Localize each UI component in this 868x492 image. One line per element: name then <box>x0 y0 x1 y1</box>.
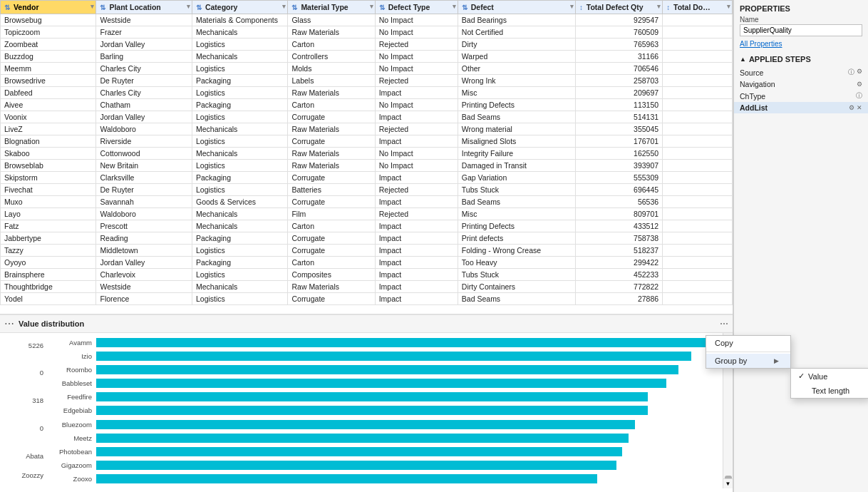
table-cell: Rejected <box>375 184 458 196</box>
chart-expand-icon[interactable]: ⋯ <box>720 319 728 329</box>
table-row[interactable]: OyoyoJordan ValleyPackagingCartonImpactT… <box>1 257 733 269</box>
chart-menu-icon[interactable]: ⋯ <box>4 318 14 329</box>
table-cell: 162550 <box>575 148 662 160</box>
cat-icon: ⇅ <box>196 4 202 11</box>
all-properties-link[interactable]: All Properties <box>740 39 862 48</box>
table-row[interactable]: MeemmCharles CityLogisticsMoldsNo Impact… <box>1 63 733 75</box>
table-cell: Skipstorm <box>1 172 96 184</box>
table-cell: 760509 <box>575 26 662 39</box>
chart-bars-area: AvammIzioRoomboBabblesetFeedfireEdgebiab… <box>46 333 723 488</box>
table-cell: Riverside <box>96 135 192 148</box>
step-info-icon[interactable]: ⓘ <box>848 68 854 77</box>
table-cell: Other <box>458 63 575 75</box>
step-settings-icon[interactable]: ⚙ <box>857 81 862 88</box>
table-row[interactable]: LayoWaldoboroMechanicalsFilmRejectedMisc… <box>1 208 733 220</box>
table-row[interactable]: SkabooCottonwoodMechanicalsRaw Materials… <box>1 148 733 160</box>
dtype-icon: ⇅ <box>379 4 385 11</box>
step-item-addlist[interactable]: AddList⚙✕ <box>734 102 868 113</box>
chart-bar-row: Babbleset <box>46 378 723 389</box>
table-cell: Waldoboro <box>96 208 192 220</box>
table-cell: Fivechat <box>1 184 96 196</box>
table-row[interactable]: MuxoSavannahGoods & ServicesCorrugateImp… <box>1 196 733 208</box>
step-item-navigation[interactable]: Navigation⚙ <box>740 78 862 90</box>
table-cell: Bad Seams <box>458 111 575 123</box>
table-row[interactable]: FatzPrescottMechanicalsCartonImpactPrint… <box>1 220 733 232</box>
table-row[interactable]: SkipstormClarksvillePackagingCorrugateIm… <box>1 172 733 184</box>
step-delete-icon[interactable]: ✕ <box>857 104 862 111</box>
chart-y-labels: 522603180AbataZoozzy <box>0 333 46 488</box>
table-cell <box>663 135 733 148</box>
table-cell: Jordan Valley <box>96 39 192 51</box>
table-row[interactable]: YodelFlorenceLogisticsCorrugateImpactBad… <box>1 293 733 305</box>
table-cell: Reading <box>96 232 192 245</box>
table-cell: Westside <box>96 281 192 293</box>
table-cell <box>663 123 733 135</box>
table-cell: 31166 <box>575 51 662 63</box>
table-cell: Impact <box>375 232 458 245</box>
table-cell: Skaboo <box>1 148 96 160</box>
table-cell <box>663 245 733 257</box>
table-row[interactable]: BuzzdogBarlingMechanicalsControllersNo I… <box>1 51 733 63</box>
table-row[interactable]: TopiczoomFrazerMechanicalsRaw MaterialsN… <box>1 26 733 39</box>
table-row[interactable]: LiveZWaldoboroMechanicalsRaw MaterialsRe… <box>1 123 733 135</box>
table-row[interactable]: JabbertypeReadingPackagingCorrugateImpac… <box>1 232 733 245</box>
table-cell: Carton <box>288 99 375 111</box>
table-row[interactable]: TazzyMiddletownLogisticsCorrugateImpactF… <box>1 245 733 257</box>
table-row[interactable]: BrowsedriveDe RuyterPackagingLabelsRejec… <box>1 75 733 87</box>
table-wrapper[interactable]: ⇅ Vendor ▾ ⇅ Plant Location ▾ ⇅ <box>0 0 733 314</box>
table-cell: Batteries <box>288 184 375 196</box>
table-row[interactable]: BrowsebugWestsideMaterials & ComponentsG… <box>1 14 733 26</box>
table-row[interactable]: AiveeChathamPackagingCartonNo ImpactPrin… <box>1 99 733 111</box>
table-cell: Meemm <box>1 63 96 75</box>
mat-icon: ⇅ <box>291 4 297 11</box>
table-row[interactable]: ZoombeatJordan ValleyLogisticsCartonReje… <box>1 39 733 51</box>
name-input[interactable] <box>740 24 862 36</box>
chart-y-label: 0 <box>0 367 46 379</box>
table-cell: Raw Materials <box>288 26 375 39</box>
table-cell: No Impact <box>375 14 458 26</box>
text-length-submenu-item[interactable]: Text length <box>791 384 868 398</box>
chart-scroll-down[interactable]: ▼ <box>723 478 733 488</box>
col-header-totaldoc[interactable]: ↕ Total Do… ▾ <box>663 1 733 14</box>
table-cell: Packaging <box>192 257 287 269</box>
table-row[interactable]: BlognationRiversideLogisticsCorrugateImp… <box>1 135 733 148</box>
table-cell: Rejected <box>375 208 458 220</box>
table-cell: Corrugate <box>288 245 375 257</box>
table-cell: Tazzy <box>1 245 96 257</box>
col-header-defect[interactable]: ⇅ Defect ▾ <box>458 1 575 14</box>
chart-y-label: 0 <box>0 423 46 434</box>
table-cell: Film <box>288 208 375 220</box>
table-cell: Chatham <box>96 99 192 111</box>
col-header-category[interactable]: ⇅ Category ▾ <box>192 1 287 14</box>
value-submenu-item[interactable]: ✓ Value <box>791 369 868 384</box>
step-item-source[interactable]: Sourceⓘ⚙ <box>740 66 862 78</box>
table-cell: Print defects <box>458 232 575 245</box>
step-item-chtype[interactable]: ChTypeⓘ <box>740 90 862 102</box>
col-header-mattype[interactable]: ⇅ Material Type ▾ <box>288 1 375 14</box>
step-settings-icon[interactable]: ⚙ <box>857 68 862 77</box>
col-header-vendor[interactable]: ⇅ Vendor ▾ <box>1 1 96 14</box>
col-header-plant[interactable]: ⇅ Plant Location ▾ <box>96 1 192 14</box>
table-cell <box>663 293 733 305</box>
table-row[interactable]: BrainsphereCharlevoixLogisticsComposites… <box>1 269 733 281</box>
table-row[interactable]: BrowseblabNew BritainLogisticsRaw Materi… <box>1 160 733 172</box>
table-cell: No Impact <box>375 63 458 75</box>
properties-title: PROPERTIES <box>740 4 862 13</box>
table-cell: Browseblab <box>1 160 96 172</box>
step-info-icon[interactable]: ⓘ <box>856 91 862 101</box>
table-cell: Composites <box>288 269 375 281</box>
chart-y-label: 318 <box>0 395 46 406</box>
vendor-dropdown[interactable]: ▾ <box>91 3 94 10</box>
col-header-defecttype[interactable]: ⇅ Defect Type ▾ <box>375 1 458 14</box>
step-settings-icon[interactable]: ⚙ <box>849 104 854 111</box>
table-row[interactable]: FivechatDe RuyterLogisticsBatteriesRejec… <box>1 184 733 196</box>
copy-menu-item[interactable]: Copy <box>706 336 790 350</box>
table-row[interactable]: DabfeedCharles CityLogisticsRaw Material… <box>1 87 733 99</box>
table-cell: Impact <box>375 135 458 148</box>
group-by-menu-item[interactable]: Group by ▶ ✓ Value Text length <box>706 354 790 368</box>
col-header-totalqty[interactable]: ↕ Total Defect Qty ▾ <box>575 1 662 14</box>
table-row[interactable]: ThoughtbridgeWestsideMechanicalsRaw Mate… <box>1 281 733 293</box>
doc-icon: ↕ <box>666 4 670 11</box>
applied-steps-title: ▲ APPLIED STEPS <box>740 55 862 63</box>
table-row[interactable]: VoonixJordan ValleyLogisticsCorrugateImp… <box>1 111 733 123</box>
